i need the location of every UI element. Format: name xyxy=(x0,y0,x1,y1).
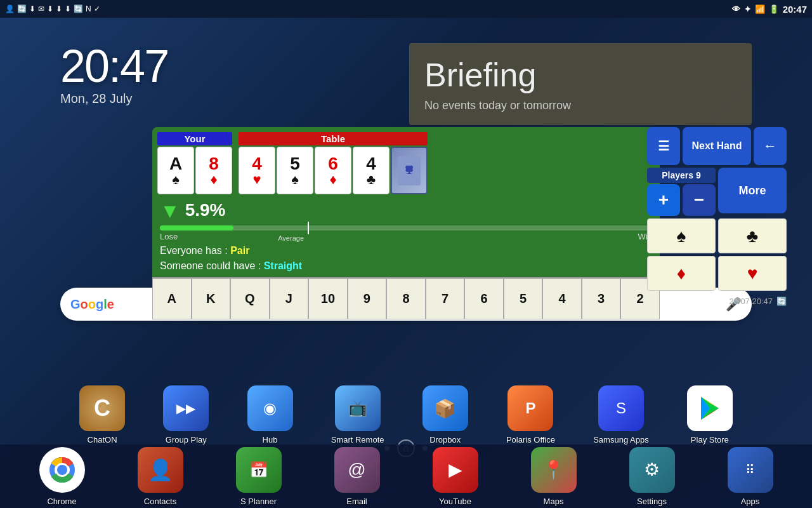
notification-icon: 👤 xyxy=(5,4,15,13)
dock-chrome[interactable]: Chrome xyxy=(39,447,85,506)
app-smartremote[interactable]: 📺 Smart Remote xyxy=(331,385,384,444)
download4-icon: ⬇ xyxy=(65,4,71,13)
table-card-2[interactable]: 5 ♠ xyxy=(277,147,313,194)
clock-widget: 20:47 Mon, 28 July xyxy=(60,43,168,106)
groupplay-icon: ▶▶ xyxy=(163,385,209,431)
svg-text:♥: ♥ xyxy=(405,160,414,177)
smartremote-icon: 📺 xyxy=(335,385,381,431)
polarisoffice-icon: P xyxy=(508,385,553,431)
battery-icon: 🔋 xyxy=(769,4,779,14)
dock-youtube[interactable]: ▶ YouTube xyxy=(433,447,478,506)
card-val-A[interactable]: A xyxy=(152,278,192,319)
odds-avg-label: Average xyxy=(278,234,304,242)
apps-icon: ⠿ xyxy=(728,447,773,493)
chaton-icon: C xyxy=(79,385,125,431)
dock-email[interactable]: @ Email xyxy=(334,447,380,506)
maps-icon: 📍 xyxy=(531,447,577,493)
app-hub[interactable]: ◉ Hub xyxy=(247,385,293,444)
diamonds-button[interactable]: ♦ xyxy=(647,256,716,291)
ctrl-row-1: ☰ Next Hand ← xyxy=(647,127,787,165)
your-card-1[interactable]: A ♠ xyxy=(157,147,194,194)
briefing-subtitle: No events today or tomorrow xyxy=(424,99,737,112)
dock-settings[interactable]: ⚙ Settings xyxy=(629,447,675,506)
odds-arrow: ▼ xyxy=(160,199,180,223)
your-card-2[interactable]: 8 ♦ xyxy=(195,147,232,194)
maps-label: Maps xyxy=(544,497,564,506)
app-groupplay[interactable]: ▶▶ Group Play xyxy=(163,385,209,444)
everyone-has-label: Everyone has : xyxy=(160,245,228,256)
bluetooth-icon: ✦ xyxy=(744,4,751,14)
contacts-icon: 👤 xyxy=(138,447,183,493)
dock-maps[interactable]: 📍 Maps xyxy=(531,447,577,506)
dropbox-icon: 📦 xyxy=(422,385,468,431)
timestamp: 28/07 20:47 xyxy=(729,297,773,306)
app-polarisoffice[interactable]: P Polaris Office xyxy=(506,385,555,444)
smartremote-label: Smart Remote xyxy=(331,435,384,444)
card-val-J[interactable]: J xyxy=(270,278,309,319)
download2-icon: ⬇ xyxy=(47,4,53,13)
hand-type: Pair xyxy=(230,245,249,256)
chrome-icon xyxy=(39,447,85,493)
odds-labels: Lose Win xyxy=(160,232,652,241)
app-samsungapps[interactable]: S Samsung Apps xyxy=(593,385,648,444)
odds-section: ▼ 5.9% Average Lose Win Everyone has : P… xyxy=(152,194,660,277)
dropbox-label: Dropbox xyxy=(429,435,461,444)
special-hand: Straight xyxy=(264,260,302,271)
app-row: C ChatON ▶▶ Group Play ◉ Hub 📺 Smart Rem… xyxy=(60,385,752,444)
spades-button[interactable]: ♠ xyxy=(647,218,716,253)
refresh-bar: 28/07 20:47 🔄 xyxy=(729,297,787,306)
hub-icon: ◉ xyxy=(247,385,293,431)
bottom-dock: Chrome 👤 Contacts 📅 S Planner @ Email ▶ … xyxy=(0,444,812,508)
email-label: Email xyxy=(346,497,367,506)
card-val-Q[interactable]: Q xyxy=(230,278,270,319)
more-button[interactable]: More xyxy=(718,168,787,213)
card-val-10[interactable]: 10 xyxy=(308,278,348,319)
odds-bar xyxy=(160,225,652,231)
odds-avg-line xyxy=(308,222,309,234)
menu-button[interactable]: ☰ xyxy=(647,127,680,165)
players-minus-button[interactable]: − xyxy=(683,184,716,216)
hearts-button[interactable]: ♥ xyxy=(718,256,787,291)
card-val-5[interactable]: 5 xyxy=(504,278,543,319)
card-val-9[interactable]: 9 xyxy=(348,278,387,319)
clock-time: 20:47 xyxy=(60,43,168,89)
settings-icon: ⚙ xyxy=(629,447,675,493)
card-val-3[interactable]: 3 xyxy=(582,278,621,319)
table-card-5[interactable]: ♠ ♥ xyxy=(391,147,428,194)
app-dropbox[interactable]: 📦 Dropbox xyxy=(422,385,468,444)
youtube-label: YouTube xyxy=(439,497,471,506)
download3-icon: ⬇ xyxy=(56,4,62,13)
app-playstore[interactable]: Play Store xyxy=(687,385,733,444)
mail-icon: ✉ xyxy=(38,4,44,13)
someone-could-label: Someone could have : xyxy=(160,260,261,271)
check-icon: ✓ xyxy=(94,4,100,13)
samsungapps-label: Samsung Apps xyxy=(593,435,648,444)
dock-splanner[interactable]: 📅 S Planner xyxy=(236,447,282,506)
players-plus-button[interactable]: + xyxy=(647,184,680,216)
hand-someone-info: Someone could have : Straight xyxy=(160,260,652,272)
status-time: 20:47 xyxy=(783,4,807,15)
splanner-label: S Planner xyxy=(240,497,277,506)
playstore-icon xyxy=(687,385,733,431)
polarisoffice-label: Polaris Office xyxy=(506,435,555,444)
card-selector: A K Q J 10 9 8 7 6 5 4 3 2 xyxy=(152,277,660,319)
clubs-button[interactable]: ♣ xyxy=(718,218,787,253)
card-val-8[interactable]: 8 xyxy=(386,278,426,319)
dock-contacts[interactable]: 👤 Contacts xyxy=(138,447,183,506)
card-val-4[interactable]: 4 xyxy=(542,278,582,319)
table-card-4[interactable]: 4 ♣ xyxy=(353,147,390,194)
dock-apps[interactable]: ⠿ Apps xyxy=(728,447,773,506)
next-hand-button[interactable]: Next Hand xyxy=(683,127,751,165)
card-val-K[interactable]: K xyxy=(192,278,231,319)
table-card-3[interactable]: 6 ♦ xyxy=(315,147,351,194)
odds-bar-fill xyxy=(160,225,233,231)
card-val-6[interactable]: 6 xyxy=(464,278,504,319)
briefing-widget: Briefing No events today or tomorrow xyxy=(409,43,752,125)
email-icon: @ xyxy=(334,447,380,493)
table-card-1[interactable]: 4 ♥ xyxy=(239,147,275,194)
app-chaton[interactable]: C ChatON xyxy=(79,385,125,444)
clock-date: Mon, 28 July xyxy=(60,91,168,106)
card-val-7[interactable]: 7 xyxy=(426,278,465,319)
back-button[interactable]: ← xyxy=(754,127,787,165)
refresh-icon[interactable]: 🔄 xyxy=(776,297,787,306)
